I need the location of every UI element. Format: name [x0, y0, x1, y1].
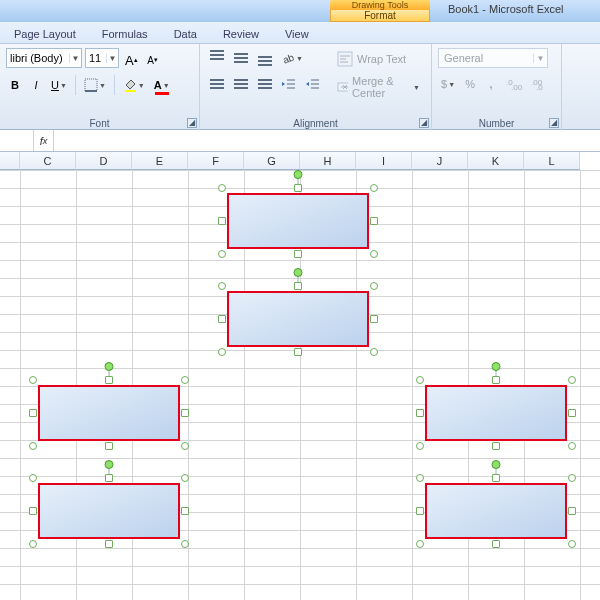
increase-indent-button[interactable]	[302, 74, 324, 94]
rectangle-shape[interactable]	[38, 385, 180, 441]
resize-handle[interactable]	[29, 507, 37, 515]
name-box[interactable]	[0, 130, 34, 151]
tab-formulas[interactable]: Formulas	[98, 25, 152, 43]
align-left-button[interactable]	[206, 74, 228, 94]
shape-2[interactable]	[222, 286, 374, 352]
alignment-dialog-launcher[interactable]: ◢	[419, 118, 429, 128]
resize-handle[interactable]	[416, 507, 424, 515]
rectangle-shape[interactable]	[425, 385, 567, 441]
resize-handle[interactable]	[218, 282, 226, 290]
align-center-button[interactable]	[230, 74, 252, 94]
resize-handle[interactable]	[568, 474, 576, 482]
resize-handle[interactable]	[105, 376, 113, 384]
percent-button[interactable]: %	[461, 74, 479, 94]
shape-3[interactable]	[33, 380, 185, 446]
wrap-text-button[interactable]: Wrap Text	[332, 48, 425, 70]
orientation-button[interactable]: ab▼	[278, 48, 306, 68]
col-header-F[interactable]: F	[188, 152, 244, 170]
increase-decimal-button[interactable]: .0.00	[503, 74, 525, 94]
bold-button[interactable]: B	[6, 75, 24, 95]
col-header-H[interactable]: H	[300, 152, 356, 170]
resize-handle[interactable]	[218, 217, 226, 225]
resize-handle[interactable]	[370, 184, 378, 192]
align-middle-button[interactable]	[230, 48, 252, 68]
formula-input[interactable]	[54, 130, 600, 151]
resize-handle[interactable]	[492, 442, 500, 450]
comma-button[interactable]: ,	[482, 74, 500, 94]
merge-center-button[interactable]: Merge & Center▼	[332, 76, 425, 98]
rotation-handle[interactable]	[294, 170, 303, 179]
resize-handle[interactable]	[105, 442, 113, 450]
font-dialog-launcher[interactable]: ◢	[187, 118, 197, 128]
resize-handle[interactable]	[370, 250, 378, 258]
shape-6[interactable]	[420, 478, 572, 544]
rectangle-shape[interactable]	[227, 291, 369, 347]
number-dialog-launcher[interactable]: ◢	[549, 118, 559, 128]
tab-view[interactable]: View	[281, 25, 313, 43]
chevron-down-icon[interactable]: ▼	[69, 54, 81, 63]
resize-handle[interactable]	[105, 540, 113, 548]
resize-handle[interactable]	[492, 474, 500, 482]
increase-font-button[interactable]: A▴	[122, 50, 141, 70]
align-top-button[interactable]	[206, 48, 228, 68]
resize-handle[interactable]	[568, 540, 576, 548]
resize-handle[interactable]	[218, 250, 226, 258]
col-header-K[interactable]: K	[468, 152, 524, 170]
resize-handle[interactable]	[218, 184, 226, 192]
font-size-input[interactable]	[86, 49, 106, 67]
col-header-D[interactable]: D	[76, 152, 132, 170]
resize-handle[interactable]	[568, 409, 576, 417]
resize-handle[interactable]	[29, 442, 37, 450]
resize-handle[interactable]	[105, 474, 113, 482]
tab-format[interactable]: Format	[330, 10, 430, 22]
font-family-input[interactable]	[7, 49, 69, 67]
resize-handle[interactable]	[294, 184, 302, 192]
rectangle-shape[interactable]	[425, 483, 567, 539]
rotation-handle[interactable]	[105, 362, 114, 371]
cells-area[interactable]	[0, 170, 600, 600]
shape-1[interactable]	[222, 188, 374, 254]
chevron-down-icon[interactable]: ▼	[106, 54, 118, 63]
fx-icon[interactable]: fx	[34, 130, 54, 151]
resize-handle[interactable]	[181, 376, 189, 384]
resize-handle[interactable]	[294, 250, 302, 258]
shape-5[interactable]	[33, 478, 185, 544]
col-header-partial[interactable]	[0, 152, 20, 170]
col-header-I[interactable]: I	[356, 152, 412, 170]
border-button[interactable]: ▼	[81, 75, 109, 95]
currency-button[interactable]: $▼	[438, 74, 458, 94]
resize-handle[interactable]	[218, 315, 226, 323]
tab-review[interactable]: Review	[219, 25, 263, 43]
resize-handle[interactable]	[568, 376, 576, 384]
resize-handle[interactable]	[29, 376, 37, 384]
col-header-C[interactable]: C	[20, 152, 76, 170]
resize-handle[interactable]	[370, 282, 378, 290]
decrease-decimal-button[interactable]: .00.0	[528, 74, 550, 94]
rotation-handle[interactable]	[294, 268, 303, 277]
font-color-button[interactable]: A▼	[151, 75, 173, 95]
resize-handle[interactable]	[416, 409, 424, 417]
rotation-handle[interactable]	[105, 460, 114, 469]
rotation-handle[interactable]	[492, 460, 501, 469]
tab-data[interactable]: Data	[170, 25, 201, 43]
align-right-button[interactable]	[254, 74, 276, 94]
italic-button[interactable]: I	[27, 75, 45, 95]
decrease-font-button[interactable]: A▾	[144, 50, 162, 70]
rectangle-shape[interactable]	[227, 193, 369, 249]
col-header-J[interactable]: J	[412, 152, 468, 170]
resize-handle[interactable]	[416, 540, 424, 548]
number-format-combo[interactable]: General ▼	[438, 48, 548, 68]
resize-handle[interactable]	[416, 442, 424, 450]
resize-handle[interactable]	[416, 474, 424, 482]
resize-handle[interactable]	[416, 376, 424, 384]
resize-handle[interactable]	[568, 442, 576, 450]
rotation-handle[interactable]	[492, 362, 501, 371]
resize-handle[interactable]	[29, 540, 37, 548]
resize-handle[interactable]	[218, 348, 226, 356]
col-header-G[interactable]: G	[244, 152, 300, 170]
resize-handle[interactable]	[492, 376, 500, 384]
tab-page-layout[interactable]: Page Layout	[10, 25, 80, 43]
resize-handle[interactable]	[181, 409, 189, 417]
decrease-indent-button[interactable]	[278, 74, 300, 94]
resize-handle[interactable]	[29, 474, 37, 482]
